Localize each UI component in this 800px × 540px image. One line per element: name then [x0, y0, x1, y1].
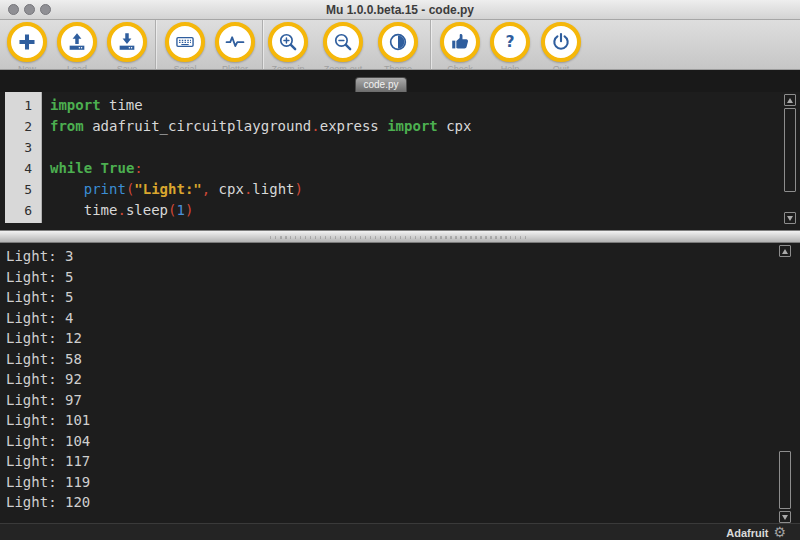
serial-output-line: Light: 117 — [6, 451, 800, 472]
toolbar-button-serial[interactable]: Serial — [165, 22, 205, 62]
serial-console-pane[interactable]: Light: 3Light: 5Light: 5Light: 4Light: 1… — [0, 243, 800, 523]
scrollbar-down-button[interactable] — [784, 212, 796, 224]
code-token: 1 — [176, 202, 184, 218]
serial-output-line: Light: 12 — [6, 328, 800, 349]
serial-output-line: Light: 119 — [6, 472, 800, 493]
tab-bar: code.py — [0, 70, 800, 92]
code-token: while — [50, 160, 92, 176]
code-token: ) — [295, 181, 303, 197]
toolbar-button-check[interactable]: Check — [440, 22, 480, 62]
line-number: 6 — [5, 200, 41, 221]
line-number: 2 — [5, 116, 41, 137]
toolbar-button-help[interactable]: ?Help — [490, 22, 530, 62]
toolbar: NewLoadSaveSerialPlotterZoom-inZoom-outT… — [0, 20, 800, 70]
toolbar-button-zoom-out[interactable]: Zoom-out — [323, 22, 363, 62]
mu-editor-window: Mu 1.0.0.beta.15 - code.py NewLoadSaveSe… — [0, 0, 800, 540]
code-token: ) — [185, 202, 193, 218]
zoom-in-icon — [268, 22, 308, 62]
toolbar-separator — [262, 20, 263, 70]
code-token — [50, 181, 84, 197]
code-token: light — [252, 181, 294, 197]
code-token: from — [50, 118, 84, 134]
new-icon — [7, 22, 47, 62]
code-token: , — [202, 181, 210, 197]
quit-icon — [541, 22, 581, 62]
code-line: print("Light:", cpx.light) — [50, 179, 782, 200]
mode-label: Adafruit — [726, 527, 768, 539]
code-token: cpx — [210, 181, 244, 197]
toolbar-button-zoom-in[interactable]: Zoom-in — [268, 22, 308, 62]
code-line: from adafruit_circuitplayground.express … — [50, 116, 782, 137]
editor-scrollbar[interactable] — [783, 92, 797, 230]
code-token: import — [50, 97, 101, 113]
scrollbar-up-button[interactable] — [779, 245, 791, 257]
serial-output-line: Light: 5 — [6, 267, 800, 288]
line-number: 5 — [5, 179, 41, 200]
load-icon — [57, 22, 97, 62]
serial-output-line: Light: 120 — [6, 492, 800, 513]
toolbar-button-load[interactable]: Load — [57, 22, 97, 62]
serial-output-line: Light: 4 — [6, 308, 800, 329]
code-line: while True: — [50, 158, 782, 179]
code-token: adafruit_circuitplayground — [84, 118, 312, 134]
scrollbar-down-button[interactable] — [779, 511, 791, 523]
save-icon — [107, 22, 147, 62]
svg-text:?: ? — [505, 33, 514, 51]
serial-output-line: Light: 5 — [6, 287, 800, 308]
theme-icon — [378, 22, 418, 62]
toolbar-button-plotter[interactable]: Plotter — [215, 22, 255, 62]
code-line: import time — [50, 95, 782, 116]
check-icon — [440, 22, 480, 62]
tab-code-py[interactable]: code.py — [355, 77, 407, 92]
line-number: 3 — [5, 137, 41, 158]
code-line — [50, 137, 782, 158]
toolbar-button-quit[interactable]: Quit — [541, 22, 581, 62]
scrollbar-thumb[interactable] — [779, 451, 791, 509]
serial-output-line: Light: 101 — [6, 410, 800, 431]
code-token: import — [387, 118, 438, 134]
code-token: express — [320, 118, 387, 134]
serial-output-line: Light: 97 — [6, 390, 800, 411]
toolbar-separator — [430, 20, 431, 70]
serial-icon — [165, 22, 205, 62]
plotter-icon — [215, 22, 255, 62]
gear-icon[interactable]: ⚙ — [773, 524, 786, 540]
line-number: 1 — [5, 95, 41, 116]
code-token: time — [101, 97, 143, 113]
zoom-out-icon — [323, 22, 363, 62]
serial-output-line: Light: 58 — [6, 349, 800, 370]
help-icon: ? — [490, 22, 530, 62]
code-token: "Light:" — [134, 181, 201, 197]
editor-pane[interactable]: 123456 import timefrom adafruit_circuitp… — [0, 92, 800, 230]
code-token: print — [84, 181, 126, 197]
code-token: True — [101, 160, 135, 176]
code-token: time — [50, 202, 117, 218]
line-number: 4 — [5, 158, 41, 179]
code-token: . — [311, 118, 319, 134]
code-line: time.sleep(1) — [50, 200, 782, 221]
code-area[interactable]: import timefrom adafruit_circuitplaygrou… — [50, 95, 782, 221]
pane-splitter[interactable] — [0, 230, 800, 243]
toolbar-button-theme[interactable]: Theme — [378, 22, 418, 62]
toolbar-button-save[interactable]: Save — [107, 22, 147, 62]
scrollbar-thumb[interactable] — [784, 108, 796, 192]
window-title: Mu 1.0.0.beta.15 - code.py — [0, 0, 800, 20]
code-token — [92, 160, 100, 176]
toolbar-button-new[interactable]: New — [7, 22, 47, 62]
code-token: . — [117, 202, 125, 218]
line-number-gutter: 123456 — [5, 92, 42, 223]
scrollbar-up-button[interactable] — [784, 94, 796, 106]
titlebar[interactable]: Mu 1.0.0.beta.15 - code.py — [0, 0, 800, 20]
code-token: sleep — [126, 202, 168, 218]
code-token: cpx — [438, 118, 472, 134]
splitter-handle[interactable] — [270, 236, 530, 239]
serial-scrollbar[interactable] — [778, 244, 792, 523]
serial-output-line: Light: 3 — [6, 246, 800, 267]
serial-output-line: Light: 92 — [6, 369, 800, 390]
serial-output-line: Light: 104 — [6, 431, 800, 452]
code-token: : — [134, 160, 142, 176]
toolbar-separator — [155, 20, 156, 70]
status-bar: Adafruit ⚙ — [0, 523, 800, 540]
